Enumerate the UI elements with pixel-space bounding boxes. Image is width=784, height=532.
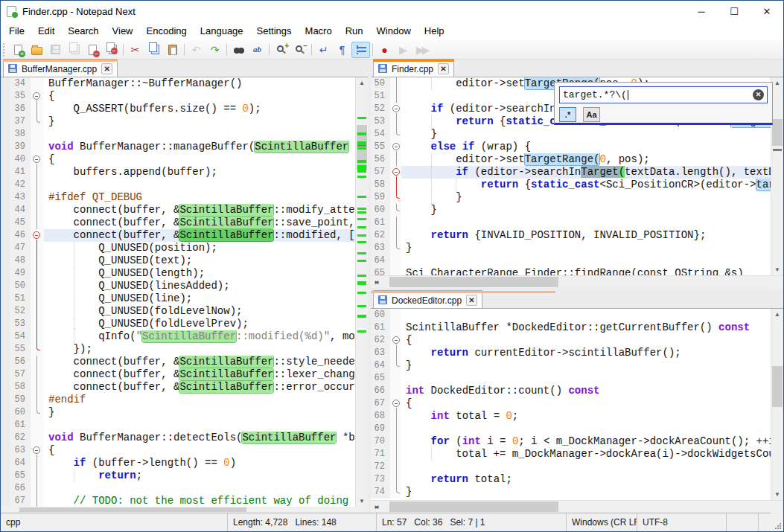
match-case-toggle[interactable]: Aa [583,107,600,122]
record-macro-button[interactable]: ● [375,42,394,58]
tab-close-icon[interactable]: ✕ [438,63,449,74]
pane-finder: Finder.cpp✕50 editor->setTargetRange(pos… [371,60,783,288]
tab-buffermanager-cpp[interactable]: BufferManager.cpp✕ [3,59,118,77]
scrollbar-thumb[interactable] [772,119,783,146]
change-marker [357,208,366,210]
menu-search[interactable]: Search [61,23,105,39]
pane-buffermanager: BufferManager.cpp✕34BufferManager::~Buff… [1,60,368,513]
scrollbar-thumb[interactable] [389,277,558,287]
menu-encoding[interactable]: Encoding [140,23,194,39]
menu-run[interactable]: Run [339,23,370,39]
play-macro-button[interactable]: ▶ [394,42,412,58]
vertical-scrollbar[interactable]: ▲▼ [355,77,368,507]
word-wrap-icon: ↵ [319,45,328,55]
pane-dockededitor: DockedEditor.cpp✕6061ScintillaBuffer *Do… [371,291,783,513]
cut-button[interactable]: ✂ [126,42,144,58]
close-all-button[interactable]: − [102,42,121,58]
status-spare-1[interactable] [727,513,759,531]
status-eol-format[interactable]: Windows (CR LF) [567,513,637,531]
horizontal-scrollbar[interactable] [1,507,368,513]
status-document-stats[interactable]: Length: 4,728 Lines: 148 [228,513,377,531]
open-file-icon [31,47,42,55]
new-file-button[interactable]: + [9,42,28,58]
code-line-64: 64 if (buffer->length() == 0) [1,457,355,469]
find-button[interactable] [229,42,248,58]
regex-toggle[interactable]: .* [559,107,576,122]
code-line-74: 74} [371,486,771,499]
save-all-button[interactable] [65,42,83,58]
close-file-button[interactable]: − [83,42,102,58]
code-line-64: 64 [371,254,771,267]
replace-icon: ab [253,45,261,54]
paste-icon [168,45,177,55]
status-language[interactable]: cpp [1,513,228,531]
menu-macro[interactable]: Macro [299,23,339,39]
toolbar-separator [269,44,270,56]
tab-bar: DockedEditor.cpp✕ [371,291,783,309]
zoom-in-icon [277,45,284,52]
code-line-35: 35{ [1,90,355,103]
menu-edit[interactable]: Edit [31,23,61,39]
close-file-icon: − [89,45,97,55]
find-icon [234,48,244,54]
toolbar: +−−✂↶↷ab+−↵¶●▶▶▶ [1,40,783,60]
menu-window[interactable]: Window [370,23,418,39]
replace-button[interactable]: ab [248,42,267,58]
tab-dockededitor-cpp[interactable]: DockedEditor.cpp✕ [373,290,482,308]
run-macro-multiple-button[interactable]: ▶▶ [412,42,431,58]
scrollbar-thumb[interactable] [772,366,783,407]
status-spare-2[interactable] [759,513,783,531]
code-editor[interactable]: 34BufferManager::~BufferManager()35{36 Q… [1,77,355,507]
open-file-button[interactable] [28,42,46,58]
menu-help[interactable]: Help [418,23,451,39]
code-line-73: 73 return total; [371,473,771,486]
change-marker [357,241,366,243]
menu-view[interactable]: View [106,23,140,39]
search-input[interactable]: target.*?\(✕ [559,86,768,103]
vertical-scrollbar[interactable]: ▲▼ [771,309,783,500]
code-editor[interactable]: 6061ScintillaBuffer *DockedEditor::getCu… [371,309,771,500]
code-line-52: 52 Q_UNUSED(foldLevelNow); [1,305,355,318]
clear-search-icon[interactable]: ✕ [753,89,764,100]
code-line-56: 56 connect(buffer, &ScintillaBuffer::sty… [1,356,355,368]
zoom-out-button[interactable]: − [290,42,309,58]
minimize-button[interactable]: ─ [685,1,718,22]
scrollbar-thumb[interactable] [389,501,558,512]
zoom-in-button[interactable]: + [272,42,290,58]
tab-close-icon[interactable]: ✕ [466,295,477,306]
indent-guide-button[interactable] [351,42,370,58]
code-line-65: 65Sci_CharacterRange Finder::findRange(c… [371,267,771,275]
change-marker [357,260,366,262]
copy-button[interactable] [144,42,163,58]
horizontal-scrollbar[interactable]: ◄► [371,500,783,513]
horizontal-scrollbar[interactable]: ◄► [371,275,783,288]
tab-close-icon[interactable]: ✕ [101,63,112,74]
change-marker [773,149,782,151]
maximize-button[interactable]: ☐ [718,1,750,22]
paste-button[interactable] [163,42,182,58]
menu-settings[interactable]: Settings [250,23,299,39]
code-line-67: 67{ [371,397,771,410]
word-wrap-button[interactable]: ↵ [314,42,333,58]
saved-file-icon [378,64,387,73]
save-file-button[interactable] [46,42,65,58]
resize-grip[interactable] [774,522,781,529]
code-line-63: 63 return currentEditor->scintillaBuffer… [371,347,771,359]
menu-file[interactable]: File [2,23,31,39]
undo-button[interactable]: ↶ [187,42,205,58]
close-button[interactable]: ✕ [750,1,783,22]
tab-finder-cpp[interactable]: Finder.cpp✕ [373,59,454,77]
code-line-56: 56 editor->setTargetRange(0, pos); [371,153,771,166]
tab-label: BufferManager.cpp [22,63,97,74]
code-line-61: 61ScintillaBuffer *DockedEditor::getCurr… [371,321,771,334]
redo-button[interactable]: ↷ [205,42,224,58]
show-all-characters-button[interactable]: ¶ [333,42,351,58]
search-query-text: target.*?\( [563,87,627,103]
status-cursor-position[interactable]: Ln: 57 Col: 36 Sel: 7 | 1 [377,513,567,531]
status-encoding[interactable]: UTF-8 [637,513,727,531]
menu-language[interactable]: Language [194,23,250,39]
code-line-40: 40{ [1,153,355,166]
code-line-62: 62 return {INVALID_POSITION, INVALID_POS… [371,229,771,242]
redo-icon: ↷ [211,45,220,55]
change-marker [357,145,366,147]
